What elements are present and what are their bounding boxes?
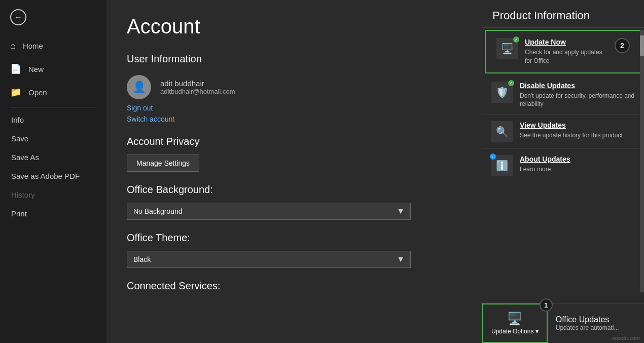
sidebar-item-history: History: [0, 185, 106, 204]
office-theme-select-wrapper: Black ▼: [127, 251, 411, 268]
product-info-title: Product Information: [482, 0, 644, 28]
save-pdf-label: Save as Adobe PDF: [11, 172, 80, 180]
user-details: adit buddhair aditbudhair@hotmail.com: [160, 79, 235, 95]
disable-updates-title: Disable Updates: [520, 82, 635, 90]
sidebar-item-save[interactable]: Save: [0, 129, 106, 148]
user-info-row: 👤 adit buddhair aditbudhair@hotmail.com: [127, 75, 461, 99]
office-background-label: Office Background:: [127, 184, 461, 196]
view-icon: 🔍: [496, 126, 509, 138]
about-badge-icon: i: [490, 154, 496, 160]
office-updates-heading: Office Updates: [556, 315, 636, 324]
open-icon: 📁: [10, 87, 21, 98]
watermark: wsxdn.com: [612, 335, 640, 341]
user-email: aditbudhair@hotmail.com: [160, 88, 235, 95]
update-options-text-label: Update Options: [491, 328, 533, 335]
disable-icon: 🛡️: [496, 86, 509, 98]
history-label: History: [11, 190, 35, 199]
about-updates-item[interactable]: ℹ️ i About Updates Learn more: [482, 149, 644, 182]
save-label: Save: [11, 134, 28, 143]
info-icon: ℹ️: [496, 160, 509, 172]
dropdown-arrow-icon: ▾: [535, 328, 539, 335]
right-panel: Product Information 🖥️ ✓ Update Now Chec…: [482, 0, 644, 343]
view-updates-title: View Updates: [520, 121, 635, 129]
avatar: 👤: [127, 75, 151, 99]
home-icon: ⌂: [10, 41, 16, 51]
office-theme-label: Office Theme:: [127, 232, 461, 244]
sidebar-item-print[interactable]: Print: [0, 204, 106, 223]
update-options-icon: 🖥️: [507, 312, 522, 326]
scrollbar-thumb: [640, 35, 644, 56]
office-background-select-wrapper: No Background ▼: [127, 203, 411, 220]
office-updates-info: Office Updates Updates are automati...: [548, 308, 644, 338]
save-as-label: Save As: [11, 153, 39, 162]
update-options-label: Update Options ▾: [491, 328, 539, 335]
step-1-circle: 1: [540, 298, 553, 312]
user-info-section-title: User Information: [127, 53, 461, 65]
view-updates-icon-box: 🔍: [491, 121, 513, 142]
about-updates-text: About Updates Learn more: [520, 155, 635, 174]
view-updates-text: View Updates See the update history for …: [520, 121, 635, 140]
account-privacy-heading: Account Privacy: [127, 136, 461, 147]
update-now-item[interactable]: 🖥️ ✓ Update Now Check for and apply upda…: [485, 30, 641, 73]
sidebar-home-label: Home: [23, 42, 43, 50]
connected-services-label: Connected Services:: [127, 280, 461, 292]
sidebar-divider: [10, 107, 96, 107]
about-updates-desc: Learn more: [520, 165, 635, 174]
info-label: Info: [11, 116, 24, 124]
manage-settings-button[interactable]: Manage Settings: [127, 155, 199, 172]
sidebar: ← ⌂ Home 📄 New 📁 Open Info Save Save As …: [0, 0, 106, 343]
switch-account-row: Switch account: [127, 115, 461, 124]
update-options-button[interactable]: 1 🖥️ Update Options ▾: [482, 303, 548, 343]
view-updates-item[interactable]: 🔍 View Updates See the update history fo…: [482, 115, 644, 149]
update-badge-icon: ✓: [513, 36, 519, 43]
sidebar-open-label: Open: [28, 88, 47, 97]
about-updates-icon-box: ℹ️ i: [491, 155, 513, 176]
office-updates-desc: Updates are automati...: [556, 324, 636, 331]
office-theme-select[interactable]: Black: [127, 251, 411, 268]
update-now-title: Update Now: [525, 38, 605, 46]
update-now-text: Update Now Check for and apply updates f…: [525, 38, 605, 65]
switch-account-link[interactable]: Switch account: [127, 115, 174, 123]
office-background-select[interactable]: No Background: [127, 203, 411, 220]
disable-updates-item[interactable]: 🛡️ ✓ Disable Updates Don't update for se…: [482, 75, 644, 116]
disable-updates-text: Disable Updates Don't update for securit…: [520, 82, 635, 109]
sidebar-item-save-pdf[interactable]: Save as Adobe PDF: [0, 167, 106, 185]
back-button[interactable]: ←: [0, 0, 106, 34]
sidebar-item-save-as[interactable]: Save As: [0, 148, 106, 167]
page-title: Account: [127, 15, 461, 38]
new-icon: 📄: [10, 63, 21, 74]
print-label: Print: [11, 209, 27, 218]
step-2-circle: 2: [615, 38, 630, 53]
about-updates-title: About Updates: [520, 155, 635, 163]
back-circle-icon: ←: [10, 9, 26, 25]
view-updates-desc: See the update history for this product: [520, 131, 635, 140]
disable-updates-desc: Don't update for security, performance a…: [520, 92, 635, 109]
right-panel-scrollbar[interactable]: [640, 30, 644, 292]
monitor-icon: 🖥️: [501, 43, 514, 55]
sign-out-row: Sign out: [127, 103, 461, 112]
sidebar-item-info[interactable]: Info: [0, 110, 106, 129]
user-name: adit buddhair: [160, 79, 235, 88]
sidebar-item-new[interactable]: 📄 New: [0, 57, 106, 81]
sidebar-item-home[interactable]: ⌂ Home: [0, 34, 106, 57]
update-menu: 🖥️ ✓ Update Now Check for and apply upda…: [482, 30, 644, 182]
update-now-icon-box: 🖥️ ✓: [496, 38, 518, 59]
sidebar-item-open[interactable]: 📁 Open: [0, 81, 106, 104]
disable-badge-icon: ✓: [508, 80, 514, 86]
update-now-desc: Check for and apply updates for Office: [525, 48, 605, 65]
disable-updates-icon-box: 🛡️ ✓: [491, 82, 513, 103]
sign-out-link[interactable]: Sign out: [127, 104, 153, 112]
main-content: Account User Information 👤 adit buddhair…: [106, 0, 482, 343]
sidebar-new-label: New: [28, 65, 44, 73]
